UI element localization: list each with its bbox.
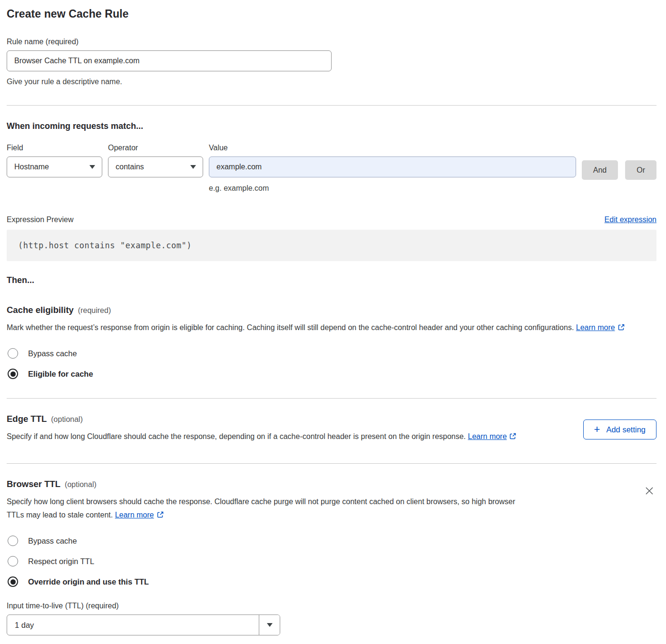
edit-expression-link[interactable]: Edit expression (605, 215, 656, 224)
operator-select[interactable]: contains (108, 156, 203, 177)
learn-more-link[interactable]: Learn more (576, 323, 615, 332)
radio-bypass-cache[interactable]: Bypass cache (7, 348, 656, 359)
match-condition-row: Field Hostname Operator contains Value e… (7, 144, 656, 193)
close-icon (644, 486, 655, 496)
operator-label: Operator (108, 144, 203, 152)
chevron-down-icon (259, 615, 280, 635)
rule-name-label: Rule name (required) (7, 38, 656, 46)
page-title: Create new Cache Rule (7, 8, 656, 20)
value-help: e.g. example.com (209, 184, 576, 193)
learn-more-link[interactable]: Learn more (115, 511, 154, 519)
radio-icon[interactable] (8, 369, 18, 379)
radio-respect-origin-ttl[interactable]: Respect origin TTL (7, 556, 656, 566)
radio-icon[interactable] (8, 556, 18, 566)
match-heading: When incoming requests match... (7, 121, 656, 131)
radio-label: Override origin and use this TTL (28, 577, 149, 586)
cache-eligibility-description: Mark whether the request’s response from… (7, 321, 656, 335)
radio-eligible-for-cache[interactable]: Eligible for cache (7, 369, 656, 379)
cache-eligibility-description-text: Mark whether the request’s response from… (7, 323, 574, 332)
rule-name-help: Give your rule a descriptive name. (7, 78, 656, 86)
ttl-select-value: 1 day (7, 615, 259, 635)
optional-tag: (optional) (51, 415, 83, 424)
edge-ttl-description: Specify if and how long Cloudflare shoul… (7, 430, 528, 444)
learn-more-link[interactable]: Learn more (468, 432, 507, 440)
browser-ttl-radio-group: Bypass cache Respect origin TTL Override… (7, 536, 656, 587)
radio-icon[interactable] (8, 348, 18, 359)
radio-override-origin-ttl[interactable]: Override origin and use this TTL (7, 576, 656, 587)
cache-eligibility-title: Cache eligibility (7, 305, 74, 315)
browser-ttl-title: Browser TTL (7, 479, 60, 489)
then-heading: Then... (7, 275, 656, 285)
value-label: Value (209, 144, 576, 152)
optional-tag: (optional) (65, 480, 97, 489)
radio-icon[interactable] (8, 536, 18, 546)
radio-label: Bypass cache (28, 349, 77, 358)
expression-preview-label: Expression Preview (7, 215, 74, 224)
radio-bypass-cache[interactable]: Bypass cache (7, 536, 656, 546)
external-link-icon (509, 431, 517, 444)
edge-ttl-title: Edge TTL (7, 414, 47, 424)
expression-header: Expression Preview Edit expression (7, 215, 656, 224)
andor-buttons: And Or (582, 160, 656, 193)
external-link-icon (157, 509, 164, 523)
browser-ttl-description-text: Specify how long client browsers should … (7, 498, 515, 519)
create-cache-rule-form: Create new Cache Rule Rule name (require… (0, 0, 666, 642)
remove-browser-ttl-button[interactable] (642, 484, 656, 498)
and-button[interactable]: And (582, 160, 618, 180)
browser-ttl-section: Browser TTL (optional) Specify how long … (7, 464, 656, 523)
or-button[interactable]: Or (625, 160, 656, 180)
edge-ttl-description-text: Specify if and how long Cloudflare shoul… (7, 432, 466, 440)
browser-ttl-description: Specify how long client browsers should … (7, 495, 528, 523)
cache-eligibility-radio-group: Bypass cache Eligible for cache (7, 348, 656, 379)
add-setting-label: Add setting (606, 425, 646, 434)
chevron-down-icon (190, 165, 196, 169)
plus-icon: + (594, 424, 600, 435)
radio-label: Bypass cache (28, 537, 77, 546)
rule-name-input[interactable] (7, 50, 332, 71)
divider (7, 105, 656, 106)
add-setting-button[interactable]: + Add setting (583, 420, 656, 439)
value-input[interactable] (209, 156, 576, 177)
ttl-select[interactable]: 1 day (7, 615, 280, 635)
external-link-icon (617, 322, 625, 335)
radio-label: Respect origin TTL (28, 557, 94, 566)
radio-label: Eligible for cache (28, 370, 93, 379)
field-label: Field (7, 144, 102, 152)
operator-select-value: contains (116, 163, 144, 171)
radio-icon[interactable] (8, 576, 18, 587)
expression-code: (http.host contains "example.com") (7, 230, 656, 261)
ttl-input-label: Input time-to-live (TTL) (required) (7, 602, 656, 610)
edge-ttl-section: Edge TTL (optional) Specify if and how l… (7, 399, 656, 444)
required-tag: (required) (78, 306, 111, 315)
chevron-down-icon (89, 165, 95, 169)
field-select-value: Hostname (14, 163, 49, 171)
cache-eligibility-section: Cache eligibility (required) Mark whethe… (7, 305, 656, 379)
field-select[interactable]: Hostname (7, 156, 102, 177)
